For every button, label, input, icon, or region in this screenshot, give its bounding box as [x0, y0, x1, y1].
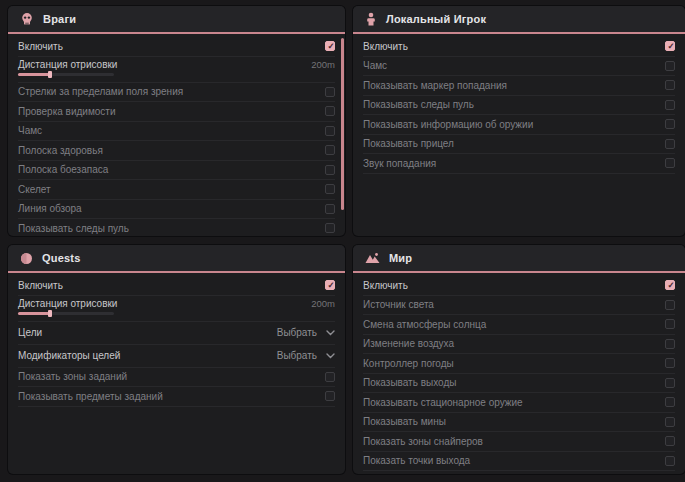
checkbox[interactable]: [325, 87, 335, 97]
setting-label: Включить: [18, 41, 63, 52]
checkbox[interactable]: [325, 204, 335, 214]
slider-value: 200m: [311, 59, 335, 70]
panel-local-player: Локальный Игрок Включить Чамс Показывать…: [353, 6, 685, 236]
panel-body: Включить Дистанция отрисовки 200m Стрелк…: [8, 34, 345, 236]
setting-label: Показывать выходы: [363, 377, 456, 388]
setting-label: Показывать следы пуль: [363, 99, 474, 110]
checkbox[interactable]: [665, 61, 675, 71]
setting-label: Показывать мины: [363, 416, 446, 427]
setting-label: Цели: [18, 327, 42, 338]
panel-title: Мир: [389, 252, 412, 264]
checkbox[interactable]: [665, 100, 675, 110]
setting-row: Включить: [18, 276, 335, 296]
panel-quests: Quests Включить Дистанция отрисовки 200m…: [8, 245, 345, 474]
target-modifiers-select[interactable]: Выбрать: [277, 350, 335, 361]
checkbox[interactable]: [665, 417, 675, 427]
slider-fill: [18, 73, 51, 76]
setting-label: Включить: [363, 41, 408, 52]
checkbox[interactable]: [665, 319, 675, 329]
setting-label: Показывать информацию об оружии: [363, 119, 533, 130]
setting-row: Цели Выбрать: [18, 322, 335, 345]
setting-row: Стрелки за пределами поля зрения: [18, 83, 335, 103]
setting-label: Контроллер погоды: [363, 358, 454, 369]
checkbox[interactable]: [665, 41, 675, 51]
panel-title: Враги: [43, 13, 76, 25]
setting-row: Модификаторы целей Выбрать: [18, 345, 335, 368]
setting-row: Показывать прицел: [363, 135, 675, 155]
checkbox[interactable]: [665, 80, 675, 90]
render-distance-slider[interactable]: [18, 73, 114, 76]
setting-row: Полоска боезапаса: [18, 161, 335, 181]
setting-row: Линия обзора: [18, 200, 335, 220]
checkbox[interactable]: [665, 436, 675, 446]
setting-label: Показывать предметы заданий: [18, 391, 163, 402]
checkbox[interactable]: [665, 280, 675, 290]
slider-thumb[interactable]: [48, 71, 52, 78]
setting-label: Включить: [18, 280, 63, 291]
checkbox[interactable]: [665, 397, 675, 407]
setting-row: Показывать стационарное оружие: [363, 393, 675, 413]
checkbox[interactable]: [325, 126, 335, 136]
panel-header: Quests: [8, 245, 345, 273]
setting-label: Линия обзора: [18, 203, 82, 214]
setting-label: Показать зоны заданий: [18, 371, 127, 382]
checkbox[interactable]: [325, 41, 335, 51]
checkbox[interactable]: [665, 158, 675, 168]
checkbox[interactable]: [665, 358, 675, 368]
checkbox[interactable]: [665, 300, 675, 310]
slider-thumb[interactable]: [48, 310, 52, 317]
checkbox[interactable]: [665, 139, 675, 149]
mountain-icon: [365, 252, 380, 264]
render-distance-slider[interactable]: [18, 312, 114, 315]
setting-row: Показывать маркер попадания: [363, 76, 675, 96]
panel-header: Мир: [353, 245, 685, 273]
setting-row: Показывать мины: [363, 413, 675, 433]
checkbox[interactable]: [325, 165, 335, 175]
setting-row: Полоска здоровья: [18, 141, 335, 161]
panel-body: Включить Источник света Смена атмосферы …: [353, 273, 685, 471]
chevron-down-icon: [326, 330, 335, 336]
setting-row: Показать зоны снайперов: [363, 432, 675, 452]
targets-select[interactable]: Выбрать: [277, 327, 335, 338]
quests-icon: [20, 252, 33, 265]
checkbox[interactable]: [325, 391, 335, 401]
checkbox[interactable]: [325, 106, 335, 116]
checkbox[interactable]: [665, 456, 675, 466]
skull-icon: [20, 12, 34, 26]
setting-label: Чамс: [363, 60, 387, 71]
checkbox[interactable]: [665, 378, 675, 388]
checkbox[interactable]: [325, 184, 335, 194]
setting-row: Показывать информацию об оружии: [363, 115, 675, 135]
select-value: Выбрать: [277, 327, 317, 338]
chevron-down-icon: [326, 353, 335, 359]
checkbox[interactable]: [325, 280, 335, 290]
setting-label: Проверка видимости: [18, 106, 116, 117]
settings-screen: Враги Включить Дистанция отрисовки 200m …: [0, 0, 685, 482]
setting-label: Показывать маркер попадания: [363, 80, 507, 91]
setting-label: Модификаторы целей: [18, 350, 120, 361]
panel-title: Локальный Игрок: [386, 13, 486, 25]
setting-row: Включить: [363, 276, 675, 296]
setting-label: Показать зоны снайперов: [363, 436, 483, 447]
checkbox[interactable]: [665, 119, 675, 129]
checkbox[interactable]: [325, 223, 335, 233]
panel-header: Враги: [8, 6, 345, 34]
panel-title: Quests: [42, 252, 81, 264]
setting-row: Проверка видимости: [18, 102, 335, 122]
checkbox[interactable]: [325, 145, 335, 155]
setting-label: Чамс: [18, 125, 42, 136]
checkbox[interactable]: [325, 372, 335, 382]
setting-row: Дистанция отрисовки 200m: [18, 57, 335, 83]
scrollbar[interactable]: [341, 38, 344, 210]
setting-row: Чамс: [363, 57, 675, 77]
setting-row: Дистанция отрисовки 200m: [18, 296, 335, 322]
setting-row: Показывать следы пуль: [18, 219, 335, 236]
setting-row: Показывать выходы: [363, 374, 675, 394]
setting-row: Источник света: [363, 296, 675, 316]
person-icon: [365, 12, 377, 26]
setting-row: Показать точки выхода: [363, 452, 675, 472]
setting-label: Полоска боезапаса: [18, 164, 108, 175]
checkbox[interactable]: [665, 339, 675, 349]
setting-label: Показать точки выхода: [363, 455, 470, 466]
panel-header: Локальный Игрок: [353, 6, 685, 34]
